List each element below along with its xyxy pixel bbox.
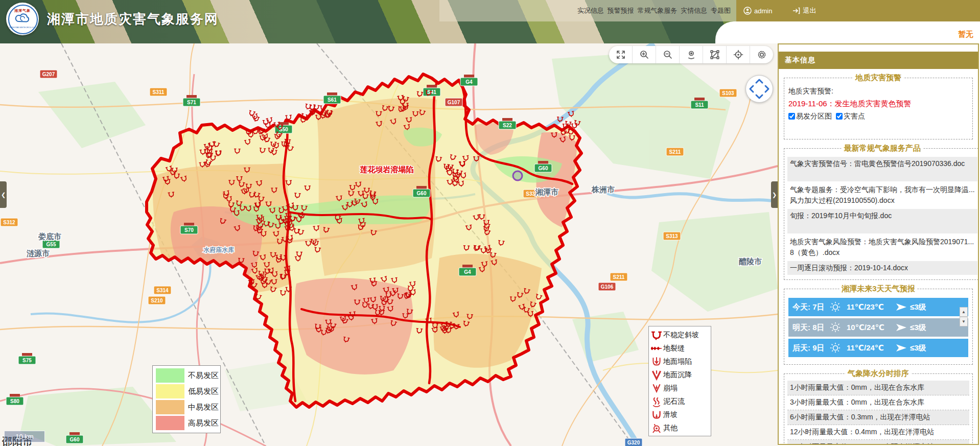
city-label: 娄底市	[38, 232, 61, 241]
collapse-right-tab[interactable]: ❯	[771, 181, 778, 208]
marker-legend-label: 地裂缝	[663, 344, 685, 353]
nav-item-2[interactable]: 预警预报	[608, 6, 634, 15]
product-row[interactable]: 地质灾害气象风险预警：地质灾害气象风险预警2019071...8（黄色）.doc…	[787, 235, 977, 260]
marker-legend-item: 地裂缝	[649, 342, 711, 355]
road-badge-G4: G4	[460, 75, 478, 86]
product-row-line: 地质灾害气象风险预警：地质灾害气象风险预警2019071...	[790, 237, 975, 247]
weather-temp: 11℃/23℃	[847, 302, 896, 312]
risk-legend-label: 高易发区	[188, 418, 219, 428]
collapse-left-tab[interactable]: ❮	[0, 181, 7, 208]
checkbox-input[interactable]	[788, 113, 795, 120]
svg-text:G60: G60	[539, 166, 548, 171]
road-badge-S211: S211	[666, 148, 684, 156]
username[interactable]: admin	[754, 7, 772, 15]
sym-fall-icon	[651, 383, 662, 394]
marker-legend-label: 泥石流	[663, 397, 685, 406]
nav-item-3[interactable]: 常规气象服务	[638, 6, 678, 15]
weather-temp: 11℃/24℃	[847, 343, 896, 353]
weather-row-day2[interactable]: 明天: 8日10℃/24℃≤3级	[788, 318, 968, 337]
risk-color-chip	[156, 384, 184, 398]
svg-text:G107: G107	[448, 100, 460, 105]
weather-row-day3[interactable]: 后天: 9日11℃/24℃≤3级	[788, 339, 968, 357]
svg-text:S312: S312	[3, 220, 15, 225]
svg-text:S311: S311	[153, 89, 165, 95]
sunny-icon	[829, 301, 847, 313]
product-row-line: 一周逐日滚动预报：2019-10-14.docx	[790, 263, 975, 273]
product-row[interactable]: 旬报：2019年10月中旬旬报.doc	[787, 209, 977, 233]
geo-warning-label: 地质灾害预警:	[788, 87, 968, 96]
svg-text:S70: S70	[184, 227, 194, 233]
locate-pin-icon[interactable]	[680, 46, 703, 63]
sym-fissure-icon	[651, 343, 662, 354]
site-logo[interactable]: 湘潭气象 XIANGTAN METEOROLOGY	[6, 3, 39, 35]
ticker-text: 暂无	[958, 30, 973, 39]
product-row[interactable]: 一周逐日滚动预报：2019-10-14.docx	[787, 261, 977, 275]
risk-legend-item: 中易发区	[156, 400, 217, 414]
scroll-up-button[interactable]: ▲	[960, 307, 968, 317]
product-row[interactable]: 气象灾害预警信号：雷电黄色预警信号2019070336.doc	[787, 157, 977, 181]
road-badge-G106: G106	[598, 283, 616, 291]
marker-legend-label: 不稳定斜坡	[663, 331, 699, 340]
layer-checkbox-2[interactable]: 灾害点	[836, 112, 865, 120]
logout-button[interactable]: 退出	[803, 6, 816, 15]
product-row-line: 旬报：2019年10月中旬旬报.doc	[790, 210, 975, 221]
svg-text:S211: S211	[669, 149, 681, 155]
wind-icon	[896, 323, 910, 332]
svg-text:G320: G320	[627, 440, 640, 445]
wind-level: ≤3级	[910, 302, 926, 312]
nav-item-5[interactable]: 专题图	[711, 6, 731, 15]
marker-legend-label: 滑坡	[663, 410, 678, 419]
disaster-type-legend: 不稳定斜坡地裂缝地面塌陷地面沉降崩塌泥石流滑坡其他	[648, 326, 711, 436]
user-icon	[743, 7, 752, 15]
svg-text:G55: G55	[46, 242, 56, 247]
sym-slope-icon	[651, 330, 662, 341]
fullscreen-icon[interactable]	[609, 46, 633, 63]
sunny-icon	[829, 321, 847, 334]
map[interactable]: G207G107G106S311S103S211S211S331S312S313…	[0, 43, 778, 446]
city-label: 涟源市	[26, 249, 50, 257]
rainfall-legend: 气象降水分时排序	[846, 369, 911, 379]
road-badge-S314: S314	[154, 286, 171, 294]
zoom-in-icon[interactable]	[633, 46, 656, 63]
product-row[interactable]: 气象专题服务：受冷空气南下影响，我市有一次明显降温...风力加大过程(20191…	[787, 183, 977, 207]
rainfall-row: 6小时雨量最大值：0.3mm，出现在洋潭电站	[787, 410, 969, 425]
nav-item-1[interactable]: 实况信息	[577, 6, 604, 15]
svg-text:S22: S22	[503, 123, 512, 128]
disaster-marker[interactable]	[252, 116, 260, 123]
svg-text:S313: S313	[666, 233, 678, 239]
svg-text:S71: S71	[187, 100, 196, 105]
svg-text:G4: G4	[464, 269, 471, 275]
header-curve	[715, 21, 980, 43]
sidebar-title: 基本信息	[779, 52, 978, 69]
disaster-marker[interactable]	[263, 120, 269, 125]
sunny-icon	[829, 342, 847, 354]
rainfall-row: 1小时雨量最大值：0mm，出现在合东水库	[787, 381, 969, 395]
target-icon[interactable]	[727, 46, 750, 63]
weather-row-day1[interactable]: 今天: 7日11℃/23℃≤3级	[788, 298, 968, 316]
layer-checkbox-1[interactable]: 易发分区图	[788, 112, 832, 120]
road-badge-S210: S210	[148, 296, 166, 304]
city-label: 水府庙水库	[203, 246, 235, 253]
svg-text:S75: S75	[22, 358, 32, 363]
svg-text:S11: S11	[695, 102, 704, 108]
zoom-out-icon[interactable]	[656, 46, 680, 63]
nav-item-4[interactable]: 灾情信息	[681, 6, 707, 15]
weather-scrollbar: ▲ ▼	[960, 307, 968, 326]
header: 湘潭气象 XIANGTAN METEOROLOGY 湘潭市地质灾害气象服务网 实…	[0, 0, 980, 43]
scroll-down-button[interactable]: ▼	[960, 317, 968, 326]
svg-text:G106: G106	[601, 284, 614, 290]
polygon-select-icon[interactable]	[703, 46, 727, 63]
settings-gear-icon[interactable]	[750, 46, 773, 63]
weather-legend: 湘潭未来3天天气预报	[839, 284, 917, 294]
road-badge-S103: S103	[719, 89, 737, 97]
checkbox-input[interactable]	[836, 113, 843, 120]
area-label: 莲花坝岩溶塌陷	[360, 165, 414, 174]
sym-other-icon	[651, 422, 662, 434]
city-label: 株洲市	[591, 185, 615, 194]
marker-legend-item: 地面塌陷	[649, 355, 711, 368]
svg-text:G60: G60	[417, 191, 427, 196]
compass-control[interactable]	[745, 75, 773, 103]
road-badge-S61: S61	[323, 92, 341, 104]
marker-legend-label: 地面沉降	[663, 370, 692, 380]
weather-day: 明天: 8日	[792, 323, 829, 333]
